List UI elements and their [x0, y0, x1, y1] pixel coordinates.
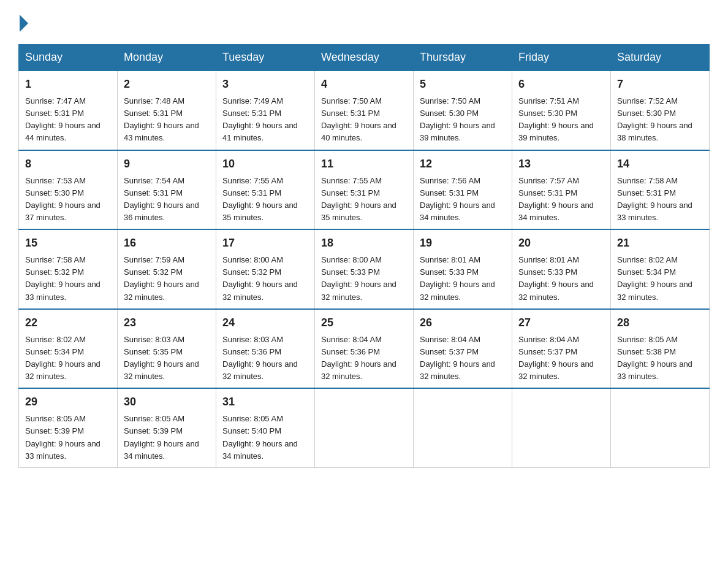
day-info: Sunrise: 8:05 AMSunset: 5:38 PMDaylight:…: [617, 335, 692, 381]
day-of-week-header: Monday: [118, 45, 216, 71]
day-info: Sunrise: 7:54 AMSunset: 5:31 PMDaylight:…: [124, 176, 199, 222]
day-number: 2: [124, 76, 210, 93]
day-of-week-header: Wednesday: [315, 45, 414, 71]
day-info: Sunrise: 7:50 AMSunset: 5:31 PMDaylight:…: [321, 96, 396, 142]
day-info: Sunrise: 8:05 AMSunset: 5:39 PMDaylight:…: [25, 414, 100, 460]
calendar-cell: 1 Sunrise: 7:47 AMSunset: 5:31 PMDayligh…: [19, 71, 118, 150]
day-info: Sunrise: 8:03 AMSunset: 5:35 PMDaylight:…: [124, 335, 199, 381]
logo: [18, 12, 28, 32]
day-info: Sunrise: 8:04 AMSunset: 5:37 PMDaylight:…: [518, 335, 594, 381]
calendar-cell: 5 Sunrise: 7:50 AMSunset: 5:30 PMDayligh…: [414, 71, 512, 150]
day-info: Sunrise: 7:53 AMSunset: 5:30 PMDaylight:…: [25, 176, 100, 222]
day-number: 20: [518, 235, 604, 251]
day-number: 6: [518, 76, 604, 93]
calendar-cell: 16 Sunrise: 7:59 AMSunset: 5:32 PMDaylig…: [118, 229, 216, 309]
day-info: Sunrise: 8:00 AMSunset: 5:33 PMDaylight:…: [321, 255, 396, 301]
calendar-cell: 3 Sunrise: 7:49 AMSunset: 5:31 PMDayligh…: [216, 71, 315, 150]
calendar-cell: 30 Sunrise: 8:05 AMSunset: 5:39 PMDaylig…: [118, 388, 216, 467]
calendar-cell: 23 Sunrise: 8:03 AMSunset: 5:35 PMDaylig…: [118, 309, 216, 389]
calendar-cell: 4 Sunrise: 7:50 AMSunset: 5:31 PMDayligh…: [315, 71, 414, 150]
calendar-cell: 29 Sunrise: 8:05 AMSunset: 5:39 PMDaylig…: [19, 388, 118, 467]
day-number: 22: [25, 315, 111, 331]
calendar-week-row: 22 Sunrise: 8:02 AMSunset: 5:34 PMDaylig…: [19, 309, 710, 389]
day-of-week-header: Saturday: [611, 45, 710, 71]
calendar-week-row: 1 Sunrise: 7:47 AMSunset: 5:31 PMDayligh…: [19, 71, 710, 150]
page-header: [18, 12, 710, 32]
calendar-cell: 14 Sunrise: 7:58 AMSunset: 5:31 PMDaylig…: [611, 150, 710, 230]
day-number: 27: [518, 315, 604, 331]
calendar-cell: 25 Sunrise: 8:04 AMSunset: 5:36 PMDaylig…: [315, 309, 414, 389]
day-number: 17: [222, 235, 308, 251]
calendar-cell: 26 Sunrise: 8:04 AMSunset: 5:37 PMDaylig…: [414, 309, 512, 389]
day-info: Sunrise: 8:01 AMSunset: 5:33 PMDaylight:…: [420, 255, 495, 301]
calendar-header-row: SundayMondayTuesdayWednesdayThursdayFrid…: [19, 45, 710, 71]
day-number: 12: [420, 156, 506, 172]
day-info: Sunrise: 7:56 AMSunset: 5:31 PMDaylight:…: [420, 176, 495, 222]
day-number: 30: [124, 394, 210, 410]
day-info: Sunrise: 7:55 AMSunset: 5:31 PMDaylight:…: [321, 176, 396, 222]
calendar-cell: 9 Sunrise: 7:54 AMSunset: 5:31 PMDayligh…: [118, 150, 216, 230]
day-number: 31: [222, 394, 308, 410]
day-info: Sunrise: 7:50 AMSunset: 5:30 PMDaylight:…: [420, 96, 495, 142]
day-number: 8: [25, 156, 111, 172]
calendar-cell: 13 Sunrise: 7:57 AMSunset: 5:31 PMDaylig…: [512, 150, 611, 230]
day-info: Sunrise: 8:01 AMSunset: 5:33 PMDaylight:…: [518, 255, 594, 301]
day-number: 14: [617, 156, 703, 172]
day-number: 10: [222, 156, 308, 172]
calendar-cell: 27 Sunrise: 8:04 AMSunset: 5:37 PMDaylig…: [512, 309, 611, 389]
day-number: 7: [617, 76, 703, 93]
calendar-table: SundayMondayTuesdayWednesdayThursdayFrid…: [18, 44, 710, 468]
day-info: Sunrise: 8:03 AMSunset: 5:36 PMDaylight:…: [222, 335, 298, 381]
calendar-week-row: 29 Sunrise: 8:05 AMSunset: 5:39 PMDaylig…: [19, 388, 710, 467]
day-info: Sunrise: 7:51 AMSunset: 5:30 PMDaylight:…: [518, 96, 594, 142]
calendar-cell: 6 Sunrise: 7:51 AMSunset: 5:30 PMDayligh…: [512, 71, 611, 150]
calendar-cell: 18 Sunrise: 8:00 AMSunset: 5:33 PMDaylig…: [315, 229, 414, 309]
calendar-cell: 2 Sunrise: 7:48 AMSunset: 5:31 PMDayligh…: [118, 71, 216, 150]
calendar-cell: 10 Sunrise: 7:55 AMSunset: 5:31 PMDaylig…: [216, 150, 315, 230]
calendar-cell: 28 Sunrise: 8:05 AMSunset: 5:38 PMDaylig…: [611, 309, 710, 389]
day-number: 15: [25, 235, 111, 251]
day-number: 26: [420, 315, 506, 331]
day-info: Sunrise: 7:57 AMSunset: 5:31 PMDaylight:…: [518, 176, 594, 222]
day-info: Sunrise: 8:05 AMSunset: 5:40 PMDaylight:…: [222, 414, 298, 460]
calendar-cell: 31 Sunrise: 8:05 AMSunset: 5:40 PMDaylig…: [216, 388, 315, 467]
calendar-cell: 7 Sunrise: 7:52 AMSunset: 5:30 PMDayligh…: [611, 71, 710, 150]
day-info: Sunrise: 8:04 AMSunset: 5:36 PMDaylight:…: [321, 335, 396, 381]
day-of-week-header: Tuesday: [216, 45, 315, 71]
calendar-cell: 17 Sunrise: 8:00 AMSunset: 5:32 PMDaylig…: [216, 229, 315, 309]
calendar-cell: [611, 388, 710, 467]
day-number: 29: [25, 394, 111, 410]
day-number: 28: [617, 315, 703, 331]
day-number: 24: [222, 315, 308, 331]
day-number: 25: [321, 315, 407, 331]
calendar-cell: 12 Sunrise: 7:56 AMSunset: 5:31 PMDaylig…: [414, 150, 512, 230]
calendar-cell: 24 Sunrise: 8:03 AMSunset: 5:36 PMDaylig…: [216, 309, 315, 389]
calendar-cell: 21 Sunrise: 8:02 AMSunset: 5:34 PMDaylig…: [611, 229, 710, 309]
day-info: Sunrise: 8:00 AMSunset: 5:32 PMDaylight:…: [222, 255, 298, 301]
day-number: 4: [321, 76, 407, 93]
day-number: 13: [518, 156, 604, 172]
calendar-cell: 19 Sunrise: 8:01 AMSunset: 5:33 PMDaylig…: [414, 229, 512, 309]
day-number: 9: [124, 156, 210, 172]
logo-triangle-icon: [20, 15, 28, 32]
day-info: Sunrise: 7:48 AMSunset: 5:31 PMDaylight:…: [124, 96, 199, 142]
day-number: 16: [124, 235, 210, 251]
calendar-week-row: 8 Sunrise: 7:53 AMSunset: 5:30 PMDayligh…: [19, 150, 710, 230]
day-number: 18: [321, 235, 407, 251]
day-info: Sunrise: 7:52 AMSunset: 5:30 PMDaylight:…: [617, 96, 692, 142]
day-number: 11: [321, 156, 407, 172]
day-number: 23: [124, 315, 210, 331]
day-of-week-header: Friday: [512, 45, 611, 71]
day-info: Sunrise: 7:47 AMSunset: 5:31 PMDaylight:…: [25, 96, 100, 142]
day-info: Sunrise: 7:49 AMSunset: 5:31 PMDaylight:…: [222, 96, 298, 142]
calendar-cell: 20 Sunrise: 8:01 AMSunset: 5:33 PMDaylig…: [512, 229, 611, 309]
calendar-cell: 22 Sunrise: 8:02 AMSunset: 5:34 PMDaylig…: [19, 309, 118, 389]
day-info: Sunrise: 7:58 AMSunset: 5:32 PMDaylight:…: [25, 255, 100, 301]
day-info: Sunrise: 8:02 AMSunset: 5:34 PMDaylight:…: [617, 255, 692, 301]
day-number: 19: [420, 235, 506, 251]
calendar-week-row: 15 Sunrise: 7:58 AMSunset: 5:32 PMDaylig…: [19, 229, 710, 309]
day-info: Sunrise: 7:58 AMSunset: 5:31 PMDaylight:…: [617, 176, 692, 222]
day-info: Sunrise: 8:02 AMSunset: 5:34 PMDaylight:…: [25, 335, 100, 381]
calendar-cell: [512, 388, 611, 467]
calendar-cell: 8 Sunrise: 7:53 AMSunset: 5:30 PMDayligh…: [19, 150, 118, 230]
